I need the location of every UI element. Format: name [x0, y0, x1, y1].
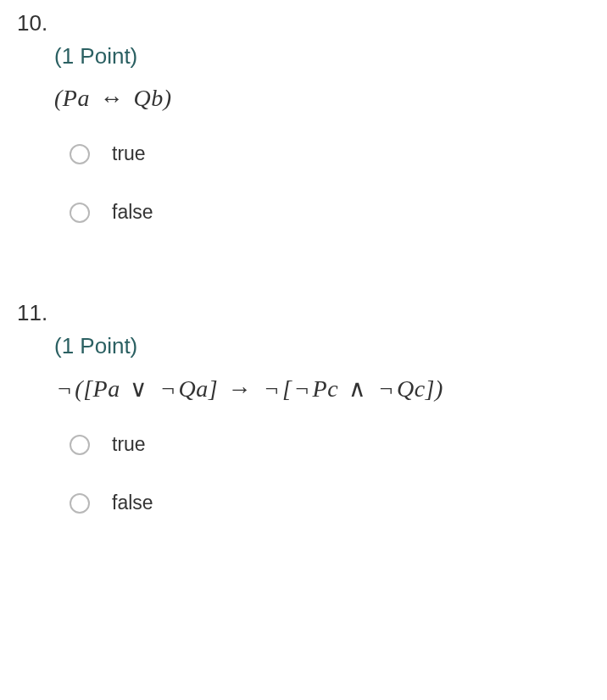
- formula-close-paren: ): [435, 375, 443, 402]
- formula-neg: ¬: [158, 375, 178, 402]
- formula-or: ∨: [120, 375, 159, 402]
- formula-implies: →: [218, 375, 262, 402]
- formula-qa: Qa: [178, 375, 208, 402]
- option-false[interactable]: false: [70, 201, 590, 224]
- formula-neg: ¬: [54, 375, 75, 402]
- question-body: (1 Point) (Pa ↔ Qb) true false: [17, 43, 590, 224]
- question-number: 11.: [17, 300, 590, 326]
- option-false[interactable]: false: [70, 492, 590, 514]
- options-list: true false: [54, 142, 590, 224]
- points-label: (1 Point): [54, 333, 590, 359]
- formula-pc: Pc: [313, 375, 339, 402]
- formula-pa: Pa: [63, 85, 90, 111]
- option-label: true: [112, 142, 146, 165]
- formula-open-paren: (: [75, 375, 83, 402]
- formula-and: ∧: [338, 375, 376, 402]
- options-list: true false: [54, 433, 590, 514]
- formula-open-paren: (: [54, 85, 63, 111]
- formula-close-bracket: ]: [426, 375, 435, 402]
- formula-open-bracket: [: [282, 375, 292, 402]
- formula-close-bracket: ]: [209, 375, 218, 402]
- option-label: true: [112, 433, 146, 456]
- formula-biconditional: ↔: [90, 85, 134, 111]
- question-10: 10. (1 Point) (Pa ↔ Qb) true false: [17, 10, 590, 224]
- formula-pa: Pa: [93, 375, 120, 402]
- question-body: (1 Point) ¬([Pa ∨ ¬Qa] → ¬[¬Pc ∧ ¬Qc]) t…: [17, 333, 590, 514]
- option-label: false: [112, 201, 153, 224]
- formula-neg: ¬: [376, 375, 397, 402]
- radio-button[interactable]: [70, 144, 90, 164]
- formula-close-paren: ): [164, 85, 172, 111]
- question-11: 11. (1 Point) ¬([Pa ∨ ¬Qa] → ¬[¬Pc ∧ ¬Qc…: [17, 300, 590, 514]
- radio-button[interactable]: [70, 435, 90, 455]
- formula-open-bracket: [: [83, 375, 92, 402]
- formula-neg: ¬: [262, 375, 282, 402]
- question-number: 10.: [17, 10, 590, 36]
- option-true[interactable]: true: [70, 142, 590, 165]
- formula-qb: Qb: [133, 85, 163, 111]
- radio-button[interactable]: [70, 203, 90, 223]
- radio-button[interactable]: [70, 493, 90, 514]
- formula: ¬([Pa ∨ ¬Qa] → ¬[¬Pc ∧ ¬Qc]): [54, 375, 590, 403]
- formula: (Pa ↔ Qb): [54, 85, 590, 112]
- option-true[interactable]: true: [70, 433, 590, 456]
- formula-qc: Qc: [397, 375, 426, 402]
- option-label: false: [112, 492, 153, 514]
- formula-neg: ¬: [292, 375, 312, 402]
- points-label: (1 Point): [54, 43, 590, 69]
